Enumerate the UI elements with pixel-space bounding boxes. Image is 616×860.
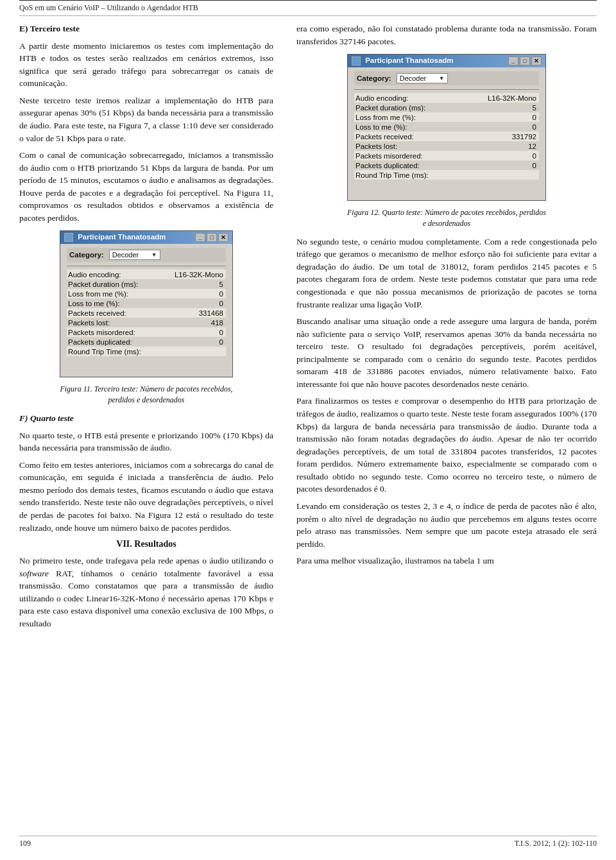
minimize-button-1[interactable]: _	[195, 233, 205, 242]
stats-label: Packets lost:	[354, 141, 474, 151]
stats-row: Packets lost:12	[354, 141, 539, 151]
page: QoS em um Cenário VoIP – Utilizando o Ag…	[0, 0, 616, 860]
dialog-titlebar-buttons-1[interactable]: _ □ ✕	[195, 233, 228, 242]
dropdown-arrow-1: ▼	[151, 252, 157, 258]
dialog-title-1: Participant Thanatosadm	[78, 233, 166, 241]
page-header: QoS em um Cenário VoIP – Utilizando o Ag…	[19, 3, 597, 16]
stats-row: Audio encoding:L16-32K-Mono	[354, 93, 539, 103]
stats-label: Packet duration (ms):	[354, 103, 474, 112]
stats-row: Packets duplicated:0	[67, 337, 226, 347]
stats-value: 0	[474, 160, 539, 170]
stats-label: Loss from me (%):	[354, 112, 474, 122]
stats-value: 0	[474, 151, 539, 160]
dropdown-arrow-2: ▼	[439, 75, 445, 82]
right-para1: era como esperado, não foi constatado pr…	[296, 22, 597, 47]
category-dropdown-2[interactable]: Decoder ▼	[397, 73, 448, 83]
stats-label: Loss to me (%):	[67, 298, 170, 308]
minimize-button-2[interactable]: _	[508, 56, 518, 65]
section7-title: VII. Resultados	[116, 539, 176, 549]
stats-value: 0	[170, 298, 226, 308]
stats-value: 0	[170, 289, 226, 298]
stats-row: Packets misordered:0	[354, 151, 539, 160]
stats-value: 0	[170, 337, 226, 347]
stats-table-2: Audio encoding:L16-32K-MonoPacket durati…	[354, 93, 539, 180]
stats-label: Audio encoding:	[67, 270, 170, 279]
stats-label: Audio encoding:	[354, 93, 474, 103]
stats-value: 5	[170, 279, 226, 289]
stats-label: Round Trip Time (ms):	[67, 347, 170, 356]
stats-row: Loss from me (%):0	[67, 289, 226, 298]
journal-ref: T.I.S. 2012; 1 (2): 102-110	[515, 839, 597, 848]
dialog-body-1: Category: Decoder ▼ Audio encoding:L16-3…	[60, 244, 232, 377]
stats-label: Packet duration (ms):	[67, 279, 170, 289]
dialog-icon-2	[352, 56, 361, 65]
right-para3: Buscando analisar uma situação onde a re…	[296, 315, 597, 390]
stats-row: Loss to me (%):0	[67, 298, 226, 308]
close-button-2[interactable]: ✕	[531, 56, 542, 65]
dialog-titlebar-1: Participant Thanatosadm _ □ ✕	[60, 231, 232, 244]
figure12-caption: Figura 12. Quarto teste: Número de pacot…	[347, 207, 546, 229]
category-row-1: Category: Decoder ▼	[67, 248, 226, 262]
stats-row: Round Trip Time (ms):	[67, 347, 226, 356]
dialog-title-2: Participant Thanatosadm	[365, 56, 453, 64]
stats-label: Loss to me (%):	[354, 122, 474, 132]
category-value-2: Decoder	[400, 74, 427, 82]
stats-table-1: Audio encoding:L16-32K-MonoPacket durati…	[67, 270, 226, 356]
stats-row: Packet duration (ms):5	[67, 279, 226, 289]
left-para3: Com o canal de comunicação sobrecarregad…	[19, 149, 273, 224]
category-label-2: Category:	[357, 74, 391, 82]
dialog-separator-2	[354, 89, 539, 90]
stats-value: 418	[170, 318, 226, 327]
dialog-window-2: Participant Thanatosadm _ □ ✕ Category: …	[347, 54, 546, 201]
stats-label: Loss from me (%):	[67, 289, 170, 298]
stats-row: Packets received:331792	[354, 132, 539, 141]
stats-value: 0	[474, 122, 539, 132]
stats-value: L16-32K-Mono	[170, 270, 226, 279]
maximize-button-2[interactable]: □	[520, 56, 530, 65]
left-para5: Como feito em testes anteriores, iniciam…	[19, 459, 273, 534]
category-value-1: Decoder	[112, 251, 139, 259]
stats-label: Packets duplicated:	[354, 160, 474, 170]
section-f-title: F) Quarto teste	[19, 412, 273, 425]
section-f-title-text: F) Quarto teste	[19, 413, 74, 423]
stats-value: 0	[474, 112, 539, 122]
stats-label: Packets duplicated:	[67, 337, 170, 347]
dialog-titlebar-buttons-2[interactable]: _ □ ✕	[508, 56, 542, 65]
section-e-title: E) Terceiro teste	[19, 22, 273, 35]
empty-row-1	[67, 356, 226, 370]
stats-value	[170, 347, 226, 356]
stats-row: Audio encoding:L16-32K-Mono	[67, 270, 226, 279]
stats-value: 331468	[170, 308, 226, 318]
page-number: 109	[19, 839, 31, 848]
right-para4: Para finalizarmos os testes e comprovar …	[296, 395, 597, 495]
page-footer: 109 T.I.S. 2012; 1 (2): 102-110	[19, 836, 597, 848]
right-para6: Para uma melhor visualização, ilustramos…	[296, 555, 597, 567]
stats-label: Packets misordered:	[67, 327, 170, 337]
dialog-window-1: Participant Thanatosadm _ □ ✕ Category: …	[60, 230, 233, 377]
stats-value: 0	[170, 327, 226, 337]
category-dropdown-1[interactable]: Decoder ▼	[109, 250, 160, 260]
dialog-titlebar-2: Participant Thanatosadm _ □ ✕	[348, 55, 545, 67]
stats-row: Packets misordered:0	[67, 327, 226, 337]
header-text: QoS em um Cenário VoIP – Utilizando o Ag…	[19, 3, 198, 12]
maximize-button-1[interactable]: □	[207, 233, 217, 242]
category-label-1: Category:	[69, 251, 104, 259]
stats-value: 12	[474, 141, 539, 151]
stats-value: 5	[474, 103, 539, 112]
stats-label: Packets misordered:	[354, 151, 474, 160]
stats-row: Packets lost:418	[67, 318, 226, 327]
stats-row: Packets received:331468	[67, 308, 226, 318]
dialog-icon-1	[64, 233, 73, 242]
close-button-1[interactable]: ✕	[218, 233, 228, 242]
main-columns: E) Terceiro teste A partir deste momento…	[19, 16, 597, 634]
left-para4: No quarto teste, o HTB está presente e p…	[19, 429, 273, 454]
stats-row: Loss from me (%):0	[354, 112, 539, 122]
stats-label: Round Trip Time (ms):	[354, 170, 474, 180]
stats-value: 331792	[474, 132, 539, 141]
left-para1: A partir deste momento iniciaremos os te…	[19, 40, 273, 90]
stats-value	[474, 170, 539, 180]
stats-row: Packets duplicated:0	[354, 160, 539, 170]
section-e-title-text: E) Terceiro teste	[19, 24, 80, 33]
stats-label: Packets received:	[67, 308, 170, 318]
figure11-caption: Figura 11. Terceiro teste: Número de pac…	[60, 384, 233, 406]
